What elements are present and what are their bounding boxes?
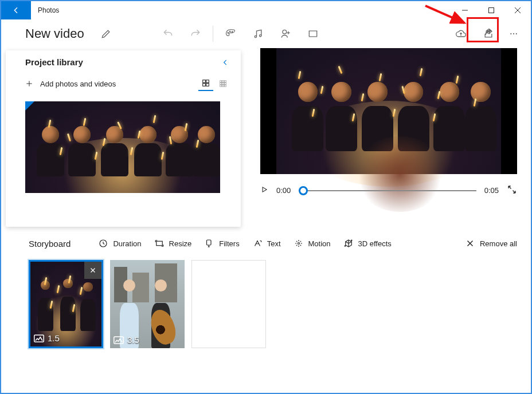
view-large-grid-button[interactable] xyxy=(198,76,213,91)
window-maximize-button[interactable] xyxy=(478,1,504,19)
filters-button[interactable]: Filters xyxy=(204,238,239,249)
project-library-panel: Project library Add photos and videos xyxy=(6,50,241,227)
undo-button[interactable] xyxy=(154,23,182,44)
cloud-sync-button[interactable] xyxy=(447,23,475,44)
svg-point-34 xyxy=(345,246,346,247)
resize-button[interactable]: Resize xyxy=(154,238,192,249)
svg-rect-31 xyxy=(207,240,212,245)
music-button[interactable] xyxy=(244,23,272,44)
custom-audio-button[interactable] xyxy=(272,23,299,44)
remove-all-button[interactable]: Remove all xyxy=(465,238,517,249)
svg-rect-23 xyxy=(220,83,222,85)
svg-rect-30 xyxy=(156,241,162,246)
video-preview[interactable] xyxy=(260,48,517,174)
window-minimize-button[interactable] xyxy=(452,1,478,19)
project-title[interactable]: New video xyxy=(25,26,84,41)
svg-point-32 xyxy=(298,243,299,245)
share-button[interactable] xyxy=(475,23,502,44)
svg-rect-20 xyxy=(220,81,222,82)
svg-point-5 xyxy=(229,31,230,32)
svg-rect-18 xyxy=(203,84,206,86)
total-time: 0:05 xyxy=(484,186,499,195)
svg-rect-22 xyxy=(224,81,226,82)
rename-icon[interactable] xyxy=(92,23,120,44)
svg-rect-28 xyxy=(224,85,226,86)
view-small-grid-button[interactable] xyxy=(216,76,230,91)
project-library-title: Project library xyxy=(25,57,230,67)
3d-effects-button[interactable]: 3D effects xyxy=(343,238,392,249)
theme-button[interactable] xyxy=(217,23,244,44)
svg-point-6 xyxy=(232,31,233,33)
add-media-button[interactable]: Add photos and videos xyxy=(25,80,116,88)
svg-rect-27 xyxy=(222,85,224,86)
seek-bar[interactable] xyxy=(299,190,476,191)
svg-rect-17 xyxy=(206,80,209,83)
svg-point-4 xyxy=(228,33,229,34)
window-close-button[interactable] xyxy=(504,1,531,19)
svg-rect-16 xyxy=(203,80,206,83)
play-button[interactable] xyxy=(260,186,268,195)
svg-rect-10 xyxy=(309,31,316,37)
more-button[interactable]: ⋯ xyxy=(502,29,525,38)
svg-point-8 xyxy=(259,35,261,37)
svg-point-7 xyxy=(255,36,256,37)
app-title: Photos xyxy=(31,6,59,14)
redo-button[interactable] xyxy=(182,23,209,44)
svg-rect-19 xyxy=(206,84,209,86)
svg-rect-26 xyxy=(220,85,222,86)
motion-button[interactable]: Motion xyxy=(294,238,331,249)
clip-duration-badge: 3.5 xyxy=(114,335,139,345)
add-media-label: Add photos and videos xyxy=(40,80,116,88)
svg-rect-24 xyxy=(222,83,224,85)
seek-knob[interactable] xyxy=(299,186,308,195)
svg-point-33 xyxy=(351,240,352,241)
clip-duration-badge: 1.5 xyxy=(34,333,60,343)
duration-button[interactable]: Duration xyxy=(98,238,141,249)
aspect-ratio-button[interactable] xyxy=(299,23,327,44)
svg-rect-25 xyxy=(224,83,226,85)
fullscreen-button[interactable] xyxy=(507,184,517,196)
collapse-library-button[interactable] xyxy=(221,58,229,68)
library-item[interactable] xyxy=(25,101,220,193)
back-button[interactable] xyxy=(1,1,31,19)
storyboard-clip[interactable]: 3.5 xyxy=(110,260,185,348)
svg-point-9 xyxy=(283,30,287,34)
storyboard-empty-slot[interactable] xyxy=(191,260,266,348)
svg-rect-1 xyxy=(489,8,494,13)
current-time: 0:00 xyxy=(276,186,291,195)
storyboard-clip[interactable]: 1.5 xyxy=(29,260,103,348)
text-button[interactable]: Text xyxy=(252,238,281,249)
remove-clip-button[interactable] xyxy=(84,262,101,279)
storyboard-title: Storyboard xyxy=(29,239,71,249)
svg-rect-21 xyxy=(222,81,224,82)
